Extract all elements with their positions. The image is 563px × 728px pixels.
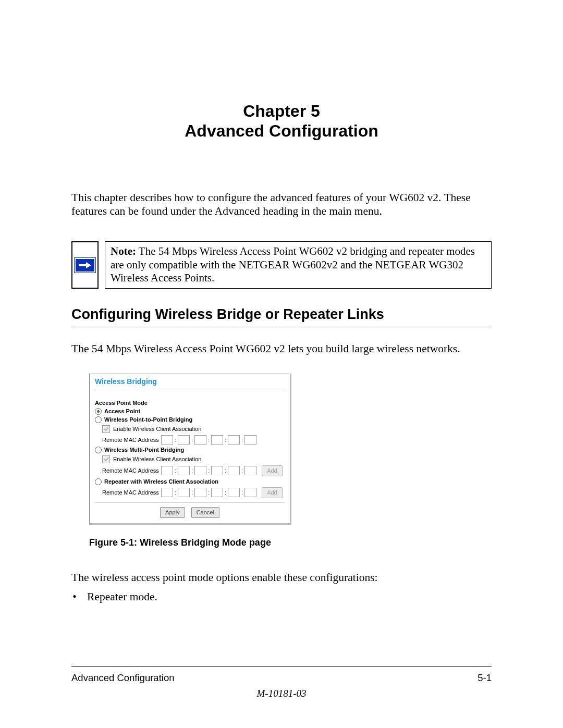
radio-label: Wireless Multi-Point Bridging	[104, 447, 184, 453]
add-button[interactable]: Add	[262, 487, 283, 498]
mac-octet-input[interactable]	[194, 435, 206, 445]
chapter-heading: Chapter 5 Advanced Configuration	[71, 102, 492, 141]
cancel-button[interactable]: Cancel	[191, 507, 219, 518]
footer-doc-id: M-10181-03	[0, 688, 563, 699]
section-intro-paragraph: The 54 Mbps Wireless Access Point WG602 …	[71, 342, 492, 356]
mac-octet-input[interactable]	[211, 435, 223, 445]
radio-ptp-bridging[interactable]: Wireless Point-to-Point Bridging	[95, 416, 285, 423]
rep-remote-mac: Remote MAC Address : : : : : Add	[102, 487, 285, 498]
note-label: Note:	[111, 245, 136, 257]
radio-multipoint-bridging[interactable]: Wireless Multi-Point Bridging	[95, 447, 285, 453]
mac-label: Remote MAC Address	[102, 489, 159, 496]
mac-input-group[interactable]: : : : : :	[161, 435, 256, 445]
panel-body: Access Point Mode Access Point Wireless …	[90, 390, 290, 518]
mac-octet-input[interactable]	[244, 466, 256, 475]
checkbox-enable-client-assoc[interactable]: Enable Wireless Client Association	[102, 425, 285, 433]
radio-icon	[95, 478, 102, 485]
mac-octet-input[interactable]	[161, 466, 173, 475]
checkbox-label: Enable Wireless Client Association	[113, 426, 201, 432]
note-callout: Note: The 54 Mbps Wireless Access Point …	[71, 241, 492, 289]
mac-octet-input[interactable]	[228, 435, 240, 445]
ptp-options: Enable Wireless Client Association Remot…	[102, 425, 285, 445]
chapter-line-2: Advanced Configuration	[71, 121, 492, 141]
bullet-icon: •	[71, 590, 78, 603]
chapter-line-1: Chapter 5	[71, 102, 492, 121]
mac-octet-input[interactable]	[244, 435, 256, 445]
mp-options: Enable Wireless Client Association Remot…	[102, 455, 285, 476]
mac-input-group[interactable]: : : : : :	[161, 466, 256, 475]
mp-remote-mac: Remote MAC Address : : : : : Add	[102, 465, 285, 476]
mac-octet-input[interactable]	[244, 488, 256, 497]
mac-octet-input[interactable]	[194, 466, 206, 475]
ptp-remote-mac: Remote MAC Address : : : : :	[102, 435, 285, 445]
figure-wrap: Wireless Bridging Access Point Mode Acce…	[89, 374, 492, 548]
footer-page-number: 5-1	[478, 672, 492, 684]
options-intro-paragraph: The wireless access point mode options e…	[71, 571, 492, 584]
checkbox-icon	[102, 425, 110, 433]
content-column: Chapter 5 Advanced Configuration This ch…	[71, 102, 492, 603]
mac-octet-input[interactable]	[161, 488, 173, 497]
mac-label: Remote MAC Address	[102, 467, 159, 474]
note-text: Note: The 54 Mbps Wireless Access Point …	[105, 241, 492, 289]
radio-repeater[interactable]: Repeater with Wireless Client Associatio…	[95, 478, 285, 485]
mac-octet-input[interactable]	[161, 435, 173, 445]
bullet-list: • Repeater mode.	[71, 590, 492, 603]
mode-heading: Access Point Mode	[95, 400, 285, 406]
mac-octet-input[interactable]	[228, 466, 240, 475]
mac-octet-input[interactable]	[178, 435, 190, 445]
wireless-bridging-panel: Wireless Bridging Access Point Mode Acce…	[89, 374, 291, 525]
radio-icon	[95, 447, 102, 453]
footer-section-name: Advanced Configuration	[71, 672, 174, 684]
checkbox-icon	[102, 455, 110, 463]
note-body: The 54 Mbps Wireless Access Point WG602 …	[111, 245, 475, 284]
checkbox-enable-client-assoc[interactable]: Enable Wireless Client Association	[102, 455, 285, 463]
checkbox-label: Enable Wireless Client Association	[113, 456, 201, 462]
mac-octet-input[interactable]	[178, 466, 190, 475]
rep-options: Remote MAC Address : : : : : Add	[102, 487, 285, 498]
apply-button[interactable]: Apply	[160, 507, 185, 518]
radio-label: Repeater with Wireless Client Associatio…	[104, 478, 218, 485]
bullet-text: Repeater mode.	[87, 590, 157, 603]
mac-label: Remote MAC Address	[102, 437, 159, 443]
radio-icon	[95, 408, 102, 415]
radio-access-point[interactable]: Access Point	[95, 408, 285, 415]
footer-rule	[71, 666, 492, 667]
figure-caption: Figure 5-1: Wireless Bridging Mode page	[89, 537, 492, 548]
radio-icon	[95, 416, 102, 423]
chapter-intro: This chapter describes how to configure …	[71, 191, 492, 219]
section-heading: Configuring Wireless Bridge or Repeater …	[71, 306, 492, 327]
panel-actions: Apply Cancel	[95, 507, 285, 518]
arrow-right-icon	[75, 258, 95, 273]
mac-octet-input[interactable]	[211, 488, 223, 497]
mac-octet-input[interactable]	[178, 488, 190, 497]
divider	[95, 389, 285, 389]
page: Chapter 5 Advanced Configuration This ch…	[0, 0, 563, 728]
mac-octet-input[interactable]	[228, 488, 240, 497]
radio-label: Access Point	[104, 408, 140, 414]
radio-label: Wireless Point-to-Point Bridging	[104, 416, 192, 423]
list-item: • Repeater mode.	[71, 590, 492, 603]
divider	[95, 502, 285, 503]
panel-title: Wireless Bridging	[90, 376, 290, 389]
mac-octet-input[interactable]	[211, 466, 223, 475]
add-button[interactable]: Add	[262, 465, 283, 476]
mac-input-group[interactable]: : : : : :	[161, 488, 256, 497]
mac-octet-input[interactable]	[194, 488, 206, 497]
note-icon-box	[71, 241, 99, 289]
